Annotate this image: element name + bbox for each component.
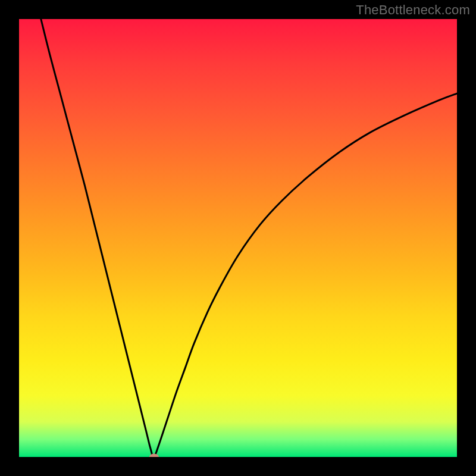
bottleneck-curve bbox=[19, 19, 457, 457]
optimal-point-marker bbox=[149, 454, 159, 458]
chart-frame: TheBottleneck.com bbox=[0, 0, 476, 476]
plot-area bbox=[19, 19, 457, 457]
watermark-text: TheBottleneck.com bbox=[356, 2, 470, 18]
